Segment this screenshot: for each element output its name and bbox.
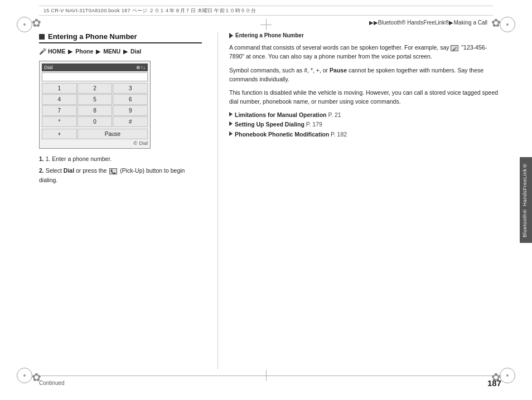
right-para-2: Symbol commands, such as #, *, +, or Pau…: [229, 66, 501, 84]
key-8[interactable]: 8: [78, 105, 113, 116]
nav-dial: Dial: [130, 48, 141, 55]
right-para-1: A command that consists of several words…: [229, 43, 501, 61]
left-column: Entering a Phone Number 🎤 HOME ▶ Phone ▶…: [39, 32, 212, 369]
key-1[interactable]: 1: [42, 83, 77, 94]
ref-arrow-3: [229, 131, 233, 136]
phone-ui-header: Dial ⊕↑↓: [42, 64, 148, 71]
key-hash[interactable]: #: [113, 116, 148, 127]
phone-bottom-keys: + Pause: [42, 129, 148, 139]
nav-home: 🎤 HOME: [39, 48, 65, 55]
phone-ui-input-field: [42, 72, 148, 81]
key-plus[interactable]: +: [42, 129, 77, 139]
right-subheading: Entering a Phone Number: [235, 32, 304, 38]
section-heading-wrapper: Entering a Phone Number: [39, 32, 202, 43]
section-heading: Entering a Phone Number: [48, 32, 137, 41]
ref-arrow-2: [229, 121, 233, 126]
step-2: 2. Select Dial or press the 📞 (Pick-Up) …: [39, 166, 202, 185]
nav-path: 🎤 HOME ▶ Phone ▶ MENU ▶ Dial: [39, 48, 202, 55]
steps: 1. 1. Enter a phone number. 2. Select Di…: [39, 154, 202, 184]
ref-link-2: Setting Up Speed Dialing P. 179: [229, 120, 501, 129]
continued-label: Continued: [39, 380, 65, 386]
key-pause[interactable]: Pause: [78, 129, 148, 139]
breadcrumb: ▶▶Bluetooth® HandsFreeLink®▶Making a Cal…: [369, 19, 487, 26]
phone-dial-btn[interactable]: ✆ Dial: [133, 140, 148, 146]
right-para-3: This function is disabled while the vehi…: [229, 88, 501, 106]
key-2[interactable]: 2: [78, 83, 113, 94]
right-arrow-icon: [229, 33, 233, 38]
ref-link-3: Phonebook Phonetic Modification P. 182: [229, 130, 501, 139]
deco-mark-tr: ✿: [489, 16, 503, 30]
nav-phone: Phone: [75, 48, 93, 55]
phone-grid: 1 2 3 4 5 6 7 8 9 * 0 #: [42, 83, 148, 127]
ref-link-2-text: Setting Up Speed Dialing P. 179: [235, 120, 322, 129]
voice-icon-inline: 🎤: [451, 45, 458, 51]
step-1: 1. 1. Enter a phone number.: [39, 154, 202, 164]
ref-links: Limitations for Manual Operation P. 21 S…: [229, 111, 501, 139]
cross-top: [260, 19, 272, 30]
key-6[interactable]: 6: [113, 94, 148, 105]
nav-menu: MENU: [103, 48, 120, 55]
ref-link-1-text: Limitations for Manual Operation P. 21: [235, 111, 341, 119]
key-4[interactable]: 4: [42, 94, 77, 105]
side-tab-text: Bluetooth® HandsFreeLink®: [522, 163, 528, 237]
ref-link-3-text: Phonebook Phonetic Modification P. 182: [235, 130, 347, 139]
right-column: Entering a Phone Number A command that c…: [224, 32, 501, 369]
key-star[interactable]: *: [42, 116, 77, 127]
top-bar: 15 CR-V NAVI-31T0A8100.book 187 ページ ２０１４…: [39, 6, 493, 16]
pickup-icon: 📞: [109, 168, 117, 174]
phone-ui-title: Dial: [44, 65, 53, 70]
ref-link-1: Limitations for Manual Operation P. 21: [229, 111, 501, 119]
bottom-bar: Continued 187: [39, 375, 501, 388]
key-7[interactable]: 7: [42, 105, 77, 116]
column-divider: [217, 32, 218, 369]
phone-ui-icons: ⊕↑↓: [136, 65, 146, 70]
phone-ui-mockup: Dial ⊕↑↓ 1 2 3 4 5 6 7 8 9 * 0 # + Pause: [39, 61, 151, 149]
top-bar-text: 15 CR-V NAVI-31T0A8100.book 187 ページ ２０１４…: [43, 7, 256, 14]
key-5[interactable]: 5: [78, 94, 113, 105]
deco-mark-tl: ✿: [29, 16, 43, 30]
right-subheading-wrapper: Entering a Phone Number: [229, 32, 501, 38]
key-9[interactable]: 9: [113, 105, 148, 116]
page-number: 187: [487, 378, 501, 388]
key-0[interactable]: 0: [78, 116, 113, 127]
key-3[interactable]: 3: [113, 83, 148, 94]
heading-icon: [39, 34, 45, 40]
ref-arrow-1: [229, 112, 233, 116]
breadcrumb-text: ▶▶Bluetooth® HandsFreeLink®▶Making a Cal…: [369, 19, 487, 26]
phone-ui-footer: ✆ Dial: [42, 140, 148, 146]
side-tab: Bluetooth® HandsFreeLink®: [520, 157, 532, 243]
main-content: Entering a Phone Number 🎤 HOME ▶ Phone ▶…: [39, 32, 501, 369]
